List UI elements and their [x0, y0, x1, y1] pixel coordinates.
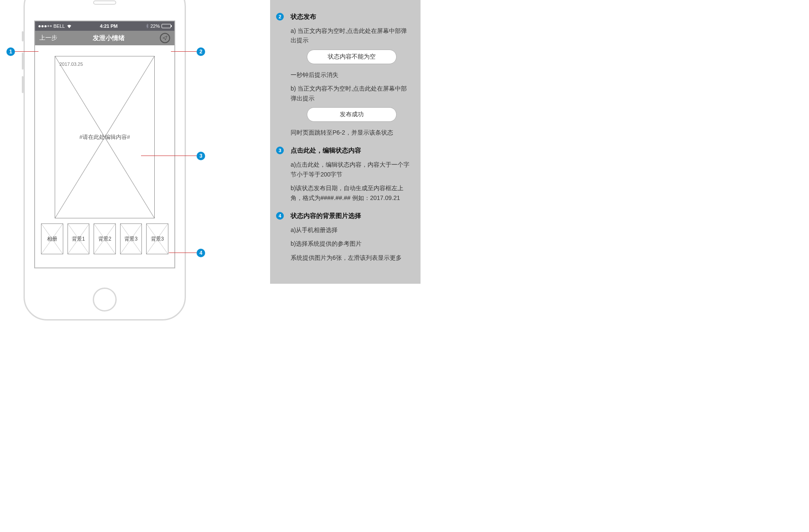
- wifi-icon: [67, 24, 72, 28]
- thumb-label: 背景3: [151, 235, 164, 243]
- spec-text: b)选择系统提供的参考图片: [291, 239, 413, 248]
- spec-text: a)从手机相册选择: [291, 225, 413, 235]
- spec-text: 一秒钟后提示消失: [291, 70, 413, 79]
- thumb-album[interactable]: 相册: [41, 223, 63, 254]
- status-time: 4:21 PM: [100, 24, 118, 29]
- editor-date: 2017.03.25: [59, 62, 83, 67]
- thumb-bg1[interactable]: 背景1: [68, 223, 90, 254]
- send-button[interactable]: [160, 33, 170, 43]
- back-button[interactable]: 上一步: [39, 34, 57, 42]
- spec-number: 4: [276, 212, 284, 220]
- connector-2: [171, 51, 197, 52]
- thumb-bg4[interactable]: 背景3: [146, 223, 168, 254]
- home-button[interactable]: [93, 288, 117, 312]
- spec-panel: 2 状态发布 a) 当正文内容为空时,点击此处在屏幕中部弹出提示 状态内容不能为…: [270, 0, 421, 284]
- content-editor[interactable]: 2017.03.25 #请在此处编辑内容#: [55, 56, 155, 218]
- callout-marker-3: 3: [197, 152, 205, 160]
- thumb-label: 背景3: [124, 235, 138, 243]
- toast-preview: 状态内容不能为空: [307, 50, 397, 64]
- spec-text: 同时页面跳转至P6-2，并显示该条状态: [291, 128, 413, 137]
- bluetooth-icon: [146, 24, 149, 29]
- spec-text: b)该状态发布日期，自动生成至内容框左上角，格式为####.##.## 例如：2…: [291, 183, 413, 203]
- phone-screen: BELL 4:21 PM 22% 上一步 发泄小情绪: [34, 21, 175, 268]
- phone-side-button: [22, 53, 24, 70]
- spec-title: 点击此处，编辑状态内容: [291, 147, 413, 155]
- thumb-bg3[interactable]: 背景3: [120, 223, 142, 254]
- battery-icon: [162, 24, 171, 28]
- spec-text: b) 当正文内容不为空时,点击此处在屏幕中部弹出提示: [291, 84, 413, 103]
- thumb-label: 相册: [47, 235, 57, 243]
- phone-frame: BELL 4:21 PM 22% 上一步 发泄小情绪: [24, 0, 186, 320]
- phone-side-button: [22, 76, 24, 93]
- background-picker[interactable]: 相册 背景1 背景2 背景3 背景3: [39, 223, 170, 254]
- spec-title: 状态发布: [291, 13, 413, 21]
- toast-preview: 发布成功: [307, 107, 397, 122]
- connector-4: [169, 253, 197, 253]
- phone-side-button: [22, 31, 24, 41]
- spec-number: 2: [276, 13, 284, 21]
- spec-title: 状态内容的背景图片选择: [291, 212, 413, 220]
- callout-marker-4: 4: [197, 249, 205, 257]
- thumb-bg2[interactable]: 背景2: [94, 223, 116, 254]
- callout-marker-2: 2: [197, 47, 205, 56]
- status-bar: BELL 4:21 PM 22%: [35, 21, 174, 31]
- thumb-label: 背景2: [98, 235, 112, 243]
- battery-pct: 22%: [150, 24, 160, 29]
- spec-item-4: 4 状态内容的背景图片选择 a)从手机相册选择 b)选择系统提供的参考图片 系统…: [278, 212, 413, 262]
- spec-number: 3: [276, 147, 284, 154]
- spec-item-2: 2 状态发布 a) 当正文内容为空时,点击此处在屏幕中部弹出提示 状态内容不能为…: [278, 13, 413, 137]
- spec-text: 系统提供图片为6张，左滑该列表显示更多: [291, 253, 413, 262]
- signal-dots-icon: [38, 25, 52, 27]
- paper-plane-icon: [162, 35, 168, 41]
- callout-marker-1: 1: [6, 47, 15, 56]
- connector-1: [13, 51, 38, 52]
- carrier-label: BELL: [53, 24, 65, 29]
- editor-placeholder: #请在此处编辑内容#: [79, 133, 130, 141]
- connector-3: [141, 156, 197, 156]
- phone-speaker: [93, 0, 116, 5]
- spec-text: a) 当正文内容为空时,点击此处在屏幕中部弹出提示: [291, 26, 413, 45]
- editor-area: 2017.03.25 #请在此处编辑内容# 相册 背景1 背景2: [35, 45, 174, 259]
- nav-bar: 上一步 发泄小情绪: [35, 31, 174, 45]
- thumb-label: 背景1: [72, 235, 85, 243]
- spec-text: a)点击此处，编辑状态内容，内容大于一个字节小于等于200字节: [291, 160, 413, 179]
- spec-item-3: 3 点击此处，编辑状态内容 a)点击此处，编辑状态内容，内容大于一个字节小于等于…: [278, 147, 413, 203]
- nav-title: 发泄小情绪: [93, 34, 125, 42]
